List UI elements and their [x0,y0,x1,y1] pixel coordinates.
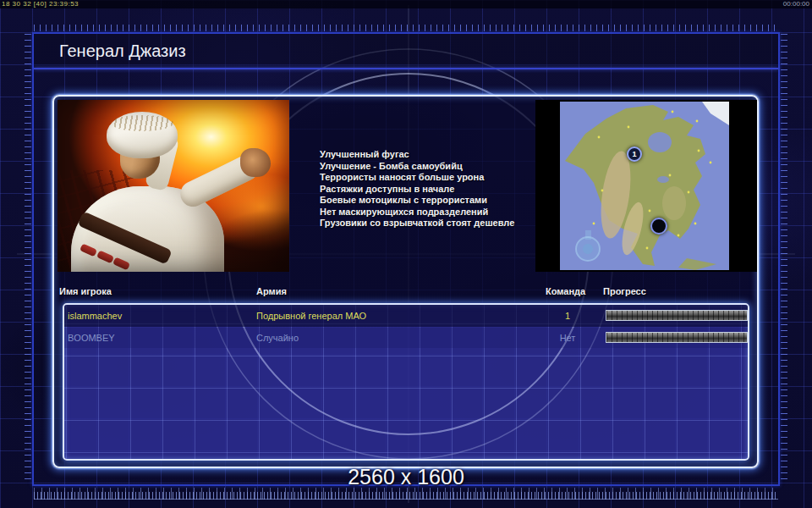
map-preview: 1 [560,102,729,270]
status-timer: 00:00:00 [783,0,809,8]
column-header-army: Армия [256,286,287,296]
title-separator [34,68,778,69]
player-team: 1 [534,305,601,327]
status-counters: 18 30 32 [40] 23:39:53 [2,0,79,8]
ruler-top [34,25,778,31]
loading-progress-bar [606,332,748,343]
map-start-marker-1: 1 [627,146,642,162]
north-america-map [560,102,729,270]
player-team: Нет [534,328,601,348]
players-table-header: Имя игрока Армия Команда Прогресс [54,286,757,305]
status-bar: 18 30 32 [40] 23:39:53 00:00:00 [0,0,812,8]
ability-item: Грузовики со взрывчаткой стоят дешевле [320,218,536,229]
page-title: Генерал Джазиз [59,34,186,68]
ability-item: Нет маскирующихся подразделений [320,207,536,218]
column-header-progress: Прогресс [603,286,646,296]
players-table: islammachev Подрывной генерал МАО 1 BOOM… [63,303,749,461]
portrait-vignette [58,100,289,272]
player-name: BOOMBEY [68,328,115,348]
player-army: Случайно [256,328,299,348]
player-row: BOOMBEY Случайно Нет [64,328,748,348]
loading-progress-bar [606,310,748,321]
map-preview-box: 1 [535,100,757,272]
waveform-strip [34,488,778,502]
player-army: Подрывной генерал МАО [256,305,366,327]
general-portrait-image [58,100,289,272]
content-panel: Улучшенный фугас Улучшение - Бомба самоу… [52,95,759,468]
player-name: islammachev [68,305,122,327]
waveform-baseline [34,499,778,500]
ability-item: Растяжки доступны в начале [320,184,536,196]
map-start-marker-2 [650,218,667,235]
resolution-label: 2560 x 1600 [0,465,812,489]
title-bar: Генерал Джазиз [34,34,778,68]
ability-item: Улучшение - Бомба самоубийц [320,161,536,173]
ruler-right [781,34,787,481]
column-header-player-name: Имя игрока [59,286,112,296]
ability-item: Террористы наносят больше урона [320,172,536,184]
ability-item: Боевые мотоциклы с террористами [320,195,536,207]
ability-item: Улучшенный фугас [320,149,536,161]
column-header-team: Команда [546,286,585,296]
player-row: islammachev Подрывной генерал МАО 1 [64,305,748,327]
ruler-left [25,34,31,481]
general-abilities-list: Улучшенный фугас Улучшение - Бомба самоу… [320,149,536,229]
